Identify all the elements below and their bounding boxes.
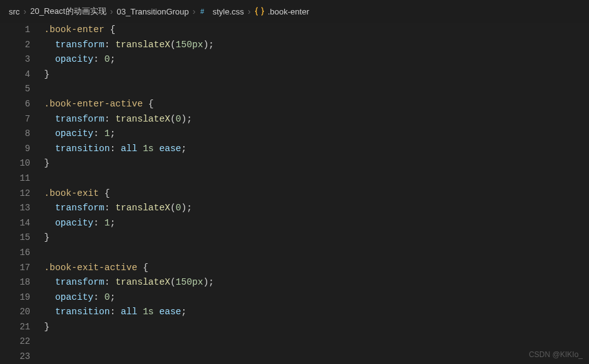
line-number: 14 — [0, 216, 30, 231]
breadcrumb-sep-icon: › — [248, 6, 251, 16]
code-line[interactable]: opacity: 0; — [44, 290, 589, 305]
line-number: 11 — [0, 171, 30, 186]
breadcrumb-item[interactable]: 03_TransitionGroup — [117, 7, 188, 16]
line-number: 20 — [0, 305, 30, 320]
line-number: 18 — [0, 275, 30, 290]
breadcrumb-label: style.css — [212, 7, 244, 16]
line-number: 15 — [0, 230, 30, 246]
code-line[interactable] — [44, 82, 589, 97]
line-number: 4 — [0, 67, 30, 82]
css-rule-icon — [254, 6, 265, 16]
code-line[interactable]: } — [44, 67, 589, 82]
css-file-icon: # — [199, 6, 209, 16]
line-number: 16 — [0, 246, 30, 261]
code-line[interactable]: .book-enter { — [44, 23, 589, 38]
code-line[interactable]: transform: translateX(150px); — [44, 38, 589, 53]
code-line[interactable]: opacity: 1; — [44, 127, 589, 142]
watermark: CSDN @KIKIo_ — [529, 350, 583, 359]
code-line[interactable] — [44, 350, 589, 364]
line-number: 13 — [0, 201, 30, 216]
line-number: 6 — [0, 97, 30, 112]
line-number: 8 — [0, 127, 30, 142]
line-number: 2 — [0, 38, 30, 53]
code-line[interactable]: opacity: 0; — [44, 52, 589, 67]
line-number: 1 — [0, 23, 30, 38]
breadcrumb-label: 20_React的动画实现 — [30, 6, 106, 17]
breadcrumb-sep-icon: › — [110, 6, 113, 16]
line-number: 19 — [0, 290, 30, 305]
breadcrumb-label: 03_TransitionGroup — [117, 7, 188, 16]
breadcrumb-item[interactable]: #style.css — [199, 6, 244, 16]
line-number: 10 — [0, 156, 30, 171]
line-number: 5 — [0, 82, 30, 97]
breadcrumb-item[interactable]: 20_React的动画实现 — [30, 6, 106, 17]
code-line[interactable]: .book-exit { — [44, 186, 589, 202]
breadcrumb-item[interactable]: .book-enter — [254, 6, 309, 16]
breadcrumb-item[interactable]: src — [9, 7, 20, 16]
code-line[interactable]: transform: translateX(0); — [44, 112, 589, 127]
code-line[interactable]: .book-exit-active { — [44, 261, 589, 276]
svg-text:#: # — [200, 8, 204, 15]
code-line[interactable]: transform: translateX(150px); — [44, 275, 589, 290]
line-number: 17 — [0, 261, 30, 276]
breadcrumb-sep-icon: › — [193, 6, 196, 16]
code-line[interactable]: transform: translateX(0); — [44, 201, 589, 216]
code-line[interactable] — [44, 246, 589, 261]
code-line[interactable] — [44, 171, 589, 186]
line-number: 3 — [0, 52, 30, 67]
code-line[interactable]: } — [44, 320, 589, 335]
code-area[interactable]: .book-enter { transform: translateX(150p… — [44, 23, 589, 364]
breadcrumb-sep-icon: › — [23, 6, 26, 16]
line-number: 9 — [0, 142, 30, 157]
breadcrumb-label: .book-enter — [268, 7, 309, 16]
code-line[interactable]: } — [44, 156, 589, 171]
line-number-gutter: 1234567891011121314151617181920212223 — [0, 23, 44, 364]
code-editor[interactable]: 1234567891011121314151617181920212223 .b… — [0, 23, 589, 364]
breadcrumb[interactable]: src›20_React的动画实现›03_TransitionGroup›#st… — [0, 0, 589, 23]
line-number: 22 — [0, 334, 30, 350]
code-line[interactable]: opacity: 1; — [44, 216, 589, 231]
code-line[interactable]: } — [44, 230, 589, 246]
code-line[interactable]: transition: all 1s ease; — [44, 142, 589, 157]
code-line[interactable]: transition: all 1s ease; — [44, 305, 589, 320]
line-number: 21 — [0, 320, 30, 335]
line-number: 12 — [0, 186, 30, 202]
code-line[interactable] — [44, 334, 589, 350]
line-number: 7 — [0, 112, 30, 127]
code-line[interactable]: .book-enter-active { — [44, 97, 589, 112]
line-number: 23 — [0, 350, 30, 364]
breadcrumb-label: src — [9, 7, 20, 16]
